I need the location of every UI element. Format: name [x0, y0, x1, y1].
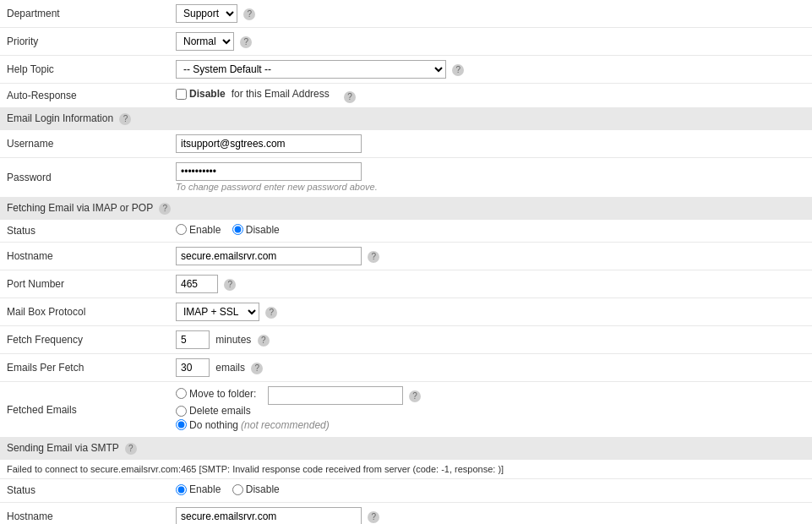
mailbox-protocol-label: Mail Box Protocol	[0, 298, 169, 326]
priority-label: Priority	[0, 28, 169, 56]
department-row: Department Support ?	[0, 0, 812, 28]
emails-per-fetch-row: Emails Per Fetch emails ?	[0, 354, 812, 382]
fetch-frequency-cell: minutes ?	[169, 326, 812, 354]
fetch-frequency-input[interactable]	[176, 330, 210, 349]
port-fetch-row: Port Number ?	[0, 270, 812, 298]
fetched-emails-move-help-icon[interactable]: ?	[409, 390, 421, 402]
hostname-fetch-input[interactable]	[176, 247, 362, 265]
smtp-help-icon[interactable]: ?	[125, 443, 137, 455]
smtp-status-disable-label: Disable	[246, 483, 280, 495]
emails-per-fetch-suffix: emails	[215, 362, 245, 374]
fetched-emails-nothing-radio[interactable]	[176, 419, 187, 430]
smtp-status-cell: Enable Disable	[169, 479, 812, 503]
hostname-fetch-label: Hostname	[0, 243, 169, 270]
department-label: Department	[0, 0, 169, 28]
fetched-emails-delete-radio[interactable]	[176, 406, 187, 417]
auto-response-checkbox[interactable]	[176, 89, 187, 100]
hostname-smtp-cell: ?	[169, 502, 812, 524]
email-login-help-icon[interactable]: ?	[119, 113, 131, 125]
fetched-emails-delete-label: Delete emails	[189, 405, 251, 417]
fetching-help-icon[interactable]: ?	[159, 203, 171, 215]
fetch-frequency-help-icon[interactable]: ?	[258, 335, 270, 347]
port-fetch-help-icon[interactable]: ?	[224, 279, 236, 291]
fetch-status-enable-radio[interactable]	[176, 224, 187, 235]
username-input[interactable]	[176, 134, 362, 153]
smtp-status-label: Status	[0, 479, 169, 503]
priority-select[interactable]: Normal	[176, 32, 234, 51]
fetched-emails-cell: Move to folder: ? Delete emails Do nothi…	[169, 382, 812, 438]
smtp-status-row: Status Enable Disable	[0, 479, 812, 503]
help-topic-help-icon[interactable]: ?	[452, 64, 464, 76]
department-help-icon[interactable]: ?	[243, 8, 255, 20]
hostname-smtp-row: Hostname ?	[0, 502, 812, 524]
smtp-status-disable-radio[interactable]	[232, 484, 243, 495]
fetch-frequency-label: Fetch Frequency	[0, 326, 169, 354]
help-topic-label: Help Topic	[0, 56, 169, 84]
hostname-smtp-input[interactable]	[176, 507, 362, 525]
smtp-status-enable-label: Enable	[189, 483, 221, 495]
emails-per-fetch-cell: emails ?	[169, 354, 812, 382]
auto-response-suffix: for this Email Address	[232, 88, 330, 100]
auto-response-checkbox-label: Disable	[189, 88, 226, 100]
smtp-error-message: Failed to connect to secure.emailsrvr.co…	[0, 460, 812, 479]
priority-row: Priority Normal ?	[0, 28, 812, 56]
fetch-status-disable-label: Disable	[246, 224, 280, 236]
fetched-emails-move-label: Move to folder:	[189, 388, 256, 400]
password-input[interactable]	[176, 162, 362, 181]
username-cell	[169, 129, 812, 157]
mailbox-protocol-help-icon[interactable]: ?	[265, 307, 277, 319]
password-cell: To change password enter new password ab…	[169, 157, 812, 197]
password-label: Password	[0, 157, 169, 197]
fetching-section-title: Fetching Email via IMAP or POP ?	[0, 197, 812, 219]
password-row: Password To change password enter new pa…	[0, 157, 812, 197]
settings-form: Department Support ? Priority Normal ? H…	[0, 0, 812, 524]
fetched-emails-folder-input[interactable]	[268, 386, 403, 405]
hostname-fetch-cell: ?	[169, 243, 812, 270]
fetched-emails-nothing-note: (not recommended)	[241, 419, 330, 431]
fetch-status-disable-radio[interactable]	[232, 224, 243, 235]
fetch-status-label: Status	[0, 219, 169, 243]
username-row: Username	[0, 129, 812, 157]
auto-response-label: Auto-Response	[0, 84, 169, 108]
password-hint: To change password enter new password ab…	[176, 182, 378, 192]
mailbox-protocol-select[interactable]: IMAP + SSL IMAP POP3 POP3 + SSL	[176, 303, 259, 321]
help-topic-select[interactable]: -- System Default --	[176, 60, 446, 79]
auto-response-help-icon[interactable]: ?	[344, 91, 356, 103]
fetched-emails-label: Fetched Emails	[0, 382, 169, 438]
priority-help-icon[interactable]: ?	[240, 36, 252, 48]
port-fetch-cell: ?	[169, 270, 812, 298]
priority-cell: Normal ?	[169, 28, 812, 56]
fetching-section-header: Fetching Email via IMAP or POP ?	[0, 197, 812, 219]
fetch-frequency-suffix: minutes	[215, 334, 251, 346]
smtp-error-row: Failed to connect to secure.emailsrvr.co…	[0, 460, 812, 479]
email-login-section-header: Email Login Information ?	[0, 107, 812, 129]
department-cell: Support ?	[169, 0, 812, 28]
smtp-section-title: Sending Email via SMTP ?	[0, 438, 812, 460]
email-login-section-title: Email Login Information ?	[0, 107, 812, 129]
fetched-emails-row: Fetched Emails Move to folder: ? Delete …	[0, 382, 812, 438]
help-topic-row: Help Topic -- System Default -- ?	[0, 56, 812, 84]
emails-per-fetch-help-icon[interactable]: ?	[251, 363, 263, 374]
smtp-section-header: Sending Email via SMTP ?	[0, 438, 812, 460]
fetch-status-enable-label: Enable	[189, 224, 221, 236]
fetch-status-cell: Enable Disable	[169, 219, 812, 243]
auto-response-row: Auto-Response Disable for this Email Add…	[0, 84, 812, 108]
help-topic-cell: -- System Default -- ?	[169, 56, 812, 84]
mailbox-protocol-cell: IMAP + SSL IMAP POP3 POP3 + SSL ?	[169, 298, 812, 326]
hostname-smtp-help-icon[interactable]: ?	[368, 511, 379, 523]
fetched-emails-nothing-label: Do nothing	[189, 419, 238, 431]
fetched-emails-move-radio[interactable]	[176, 388, 187, 399]
auto-response-cell: Disable for this Email Address ?	[169, 84, 812, 108]
hostname-fetch-row: Hostname ?	[0, 243, 812, 270]
fetch-frequency-row: Fetch Frequency minutes ?	[0, 326, 812, 354]
username-label: Username	[0, 129, 169, 157]
smtp-status-enable-radio[interactable]	[176, 484, 187, 495]
mailbox-protocol-row: Mail Box Protocol IMAP + SSL IMAP POP3 P…	[0, 298, 812, 326]
department-select[interactable]: Support	[176, 4, 237, 23]
emails-per-fetch-input[interactable]	[176, 358, 210, 377]
port-fetch-label: Port Number	[0, 270, 169, 298]
port-fetch-input[interactable]	[176, 275, 218, 293]
hostname-fetch-help-icon[interactable]: ?	[368, 251, 379, 263]
emails-per-fetch-label: Emails Per Fetch	[0, 354, 169, 382]
fetch-status-row: Status Enable Disable	[0, 219, 812, 243]
